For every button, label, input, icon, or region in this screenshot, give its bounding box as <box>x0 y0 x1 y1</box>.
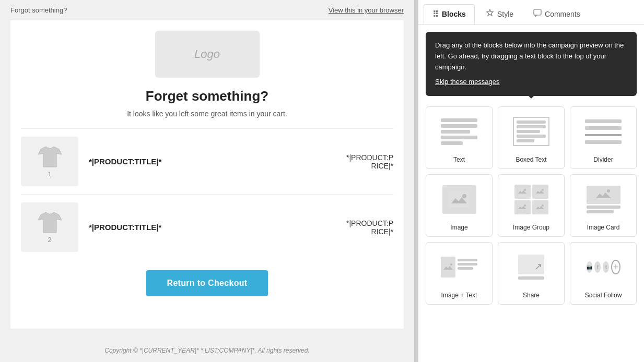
img-cell <box>514 200 531 214</box>
preview-line <box>585 126 622 130</box>
email-heading: Forget something? <box>21 88 393 104</box>
block-image-card[interactable]: Image Card <box>570 174 637 237</box>
product-price-1: *|PRODUCT:PRICE|* <box>346 153 393 170</box>
add-social-icon: + <box>611 260 620 274</box>
panel-resizer[interactable] <box>414 0 418 362</box>
view-in-browser-link[interactable]: View this in your browser <box>329 6 404 14</box>
preview-line <box>517 120 546 124</box>
preview-line <box>441 124 477 128</box>
preview-line <box>517 139 534 142</box>
share-doc-icon: ↗ <box>518 255 544 274</box>
block-image[interactable]: Image <box>426 174 493 237</box>
text-line <box>458 267 473 270</box>
divider-block-preview <box>580 113 627 150</box>
svg-rect-9 <box>442 262 454 272</box>
preview-line <box>517 125 546 128</box>
checkout-btn-wrap: Return to Checkout <box>21 270 393 296</box>
img-card-svg <box>594 187 613 202</box>
block-share[interactable]: ↗ Share <box>498 242 565 305</box>
img-cell <box>532 185 548 199</box>
text-line <box>458 263 477 266</box>
preview-line <box>441 130 470 134</box>
tooltip-message: Drag any of the blocks below into the ca… <box>435 41 624 71</box>
share-block-preview: ↗ <box>508 249 555 285</box>
preview-line <box>517 135 546 138</box>
tab-blocks[interactable]: ⠿ Blocks <box>424 4 475 24</box>
facebook-icon: f <box>594 261 601 273</box>
svg-point-6 <box>542 204 544 207</box>
style-tab-icon <box>486 9 494 19</box>
text-block-preview <box>436 113 483 150</box>
preview-line <box>441 136 477 139</box>
image-preview-svg <box>449 191 470 208</box>
tshirt-icon-1 <box>36 145 64 168</box>
text-block-label: Text <box>453 156 465 163</box>
image-card-block-preview <box>580 181 627 218</box>
svg-point-3 <box>524 189 526 191</box>
card-line <box>587 206 620 209</box>
tshirt-icon-2 <box>36 211 64 234</box>
skip-messages-link[interactable]: Skip these messages <box>435 77 500 88</box>
block-text[interactable]: Text <box>426 106 493 169</box>
product-image-2: 2 <box>21 202 78 252</box>
preview-line <box>517 130 540 133</box>
logo-area: Logo <box>21 31 393 78</box>
product-title-2: *|PRODUCT:TITLE|* <box>89 223 336 232</box>
divider-bar <box>585 134 622 136</box>
preview-line <box>585 119 622 123</box>
boxed-text-block-label: Boxed Text <box>516 156 546 163</box>
block-image-text[interactable]: Image + Text <box>426 242 493 305</box>
svg-point-2 <box>462 194 466 198</box>
boxed-text-block-preview <box>508 113 555 150</box>
block-image-group[interactable]: Image Group <box>498 174 565 237</box>
logo-text: Logo <box>194 47 220 61</box>
onboarding-tooltip: Drag any of the blocks below into the ca… <box>426 32 637 96</box>
product-row: 1 *|PRODUCT:TITLE|* *|PRODUCT:PRICE|* <box>21 128 393 194</box>
image-text-block-preview <box>436 249 483 285</box>
svg-point-8 <box>607 189 610 192</box>
blocks-tab-icon: ⠿ <box>432 9 439 19</box>
img-cell <box>514 185 531 199</box>
twitter-icon: t <box>603 261 609 273</box>
instagram-icon: 📷 <box>587 261 593 273</box>
blocks-grid: Text Boxed Text <box>418 96 644 312</box>
comments-tab-icon <box>533 9 542 19</box>
sidebar-tabs: ⠿ Blocks Style Comments <box>418 0 644 25</box>
tab-comments[interactable]: Comments <box>524 4 589 24</box>
svg-rect-1 <box>449 191 470 208</box>
forgot-text: Forgot something? <box>10 6 67 14</box>
card-line <box>587 210 614 213</box>
img-text-svg <box>442 262 454 272</box>
email-footer: Copyright © *|CURRENT_YEAR|* *|LIST:COMP… <box>0 339 414 362</box>
block-divider[interactable]: Divider <box>570 106 637 169</box>
preview-line <box>441 118 477 122</box>
product-title-1: *|PRODUCT:TITLE|* <box>89 157 336 166</box>
checkout-button[interactable]: Return to Checkout <box>146 270 268 296</box>
email-preview: Forgot something? View this in your brow… <box>0 0 414 362</box>
svg-point-10 <box>450 263 452 266</box>
logo-placeholder: Logo <box>155 31 260 78</box>
image-group-block-preview <box>508 181 555 218</box>
product-row: 2 *|PRODUCT:TITLE|* *|PRODUCT:PRICE|* <box>21 194 393 260</box>
comments-tab-label: Comments <box>545 10 580 18</box>
svg-rect-0 <box>534 9 541 15</box>
tab-style[interactable]: Style <box>477 4 522 24</box>
block-social-follow[interactable]: 📷 f t + Social Follow <box>570 242 637 305</box>
svg-point-5 <box>524 204 526 207</box>
image-block-label: Image <box>450 224 467 231</box>
share-block-label: Share <box>523 292 540 299</box>
blocks-tab-label: Blocks <box>442 10 466 18</box>
svg-point-4 <box>542 189 544 191</box>
blocks-sidebar: ⠿ Blocks Style Comments Drag any of the … <box>418 0 644 362</box>
social-follow-block-label: Social Follow <box>585 292 622 299</box>
image-group-block-label: Image Group <box>513 224 549 231</box>
block-boxed-text[interactable]: Boxed Text <box>498 106 565 169</box>
email-subtext: It looks like you left some great items … <box>21 110 393 118</box>
share-arrow-icon: ↗ <box>534 261 542 272</box>
share-line <box>518 276 544 280</box>
img-cell <box>532 200 548 214</box>
text-line <box>458 259 477 261</box>
product-num-1: 1 <box>48 171 52 178</box>
divider-block-label: Divider <box>593 156 613 163</box>
product-num-2: 2 <box>48 236 52 244</box>
